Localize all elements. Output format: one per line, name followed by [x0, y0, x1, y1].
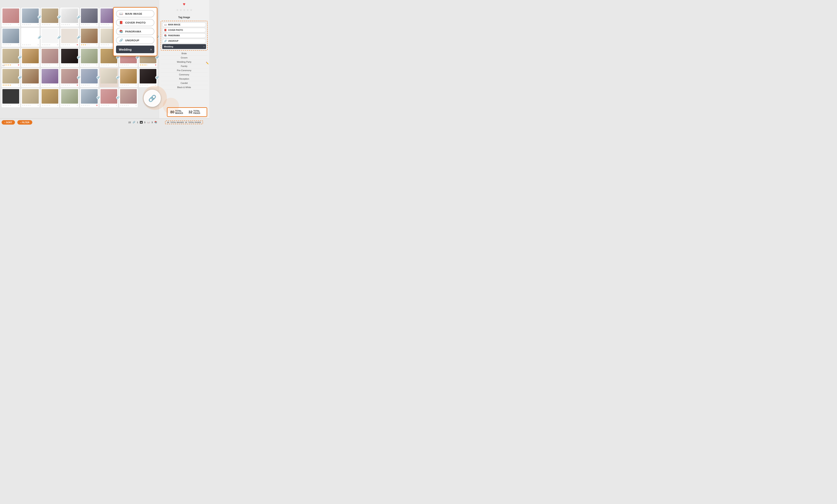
star-rating[interactable]: ★★★★★ [41, 104, 51, 106]
heart-button[interactable]: ♥ [57, 104, 58, 107]
cover-photo-button[interactable]: 📕 COVER PHOTO [116, 19, 154, 26]
sidebar-star-rating[interactable]: ★ ★ ★ ★ ★ [176, 8, 193, 12]
photo-item[interactable]: 🔗 ★★★★★ ♥ [80, 68, 99, 87]
star-rating[interactable]: ★★★★★ [81, 64, 90, 66]
photo-item[interactable]: 🔗 ★★★★★ ♥ [41, 28, 59, 47]
star-rating[interactable]: ★★★★★ [61, 104, 70, 106]
heart-button[interactable]: ♥ [116, 104, 117, 107]
star-rating[interactable]: ★★★★★ [140, 84, 148, 86]
photo-item[interactable]: ★★★★★ ♥ [41, 68, 59, 87]
star-rating[interactable]: ★★★★★ [22, 64, 31, 66]
star-rating[interactable]: ★★★★★ [22, 104, 31, 106]
heart-button[interactable]: ♥ [77, 84, 78, 86]
heart-button[interactable]: ♥ [57, 84, 58, 86]
heart-button[interactable]: ♥ [77, 23, 78, 26]
star-rating[interactable]: ★★★★★ [41, 23, 51, 25]
photo-item[interactable]: ★★★★★ ♥ [60, 88, 79, 107]
panorama-button[interactable]: 📚 PANORAMA [116, 28, 154, 35]
heart-button[interactable]: ♥ [136, 104, 137, 107]
photo-item[interactable]: ★★★★★ ♥ [2, 88, 20, 107]
star-rating[interactable]: ★★★★★ [41, 64, 51, 66]
photo-item[interactable]: 🔗 ★★★★★ ♥ [60, 48, 79, 67]
star-rating[interactable]: ★★★★★ [22, 44, 31, 46]
heart-button[interactable]: ♥ [96, 84, 98, 86]
photo-item[interactable]: ★★★★★ ♥ [2, 28, 20, 47]
photo-item[interactable]: ★★★★★ ♥ [80, 8, 99, 26]
photo-item[interactable]: 🔗 ★★★★★ ♥ [21, 8, 39, 26]
star-rating[interactable]: ★★★★★ [2, 44, 11, 46]
heart-button[interactable]: ♥ [77, 64, 78, 66]
photo-item[interactable]: ★★★★★ ♥ [2, 8, 20, 26]
photo-item[interactable]: 🔗 ★★★★★ ♥ [21, 28, 39, 47]
photo-item[interactable]: 🔗 ★★★★★ ♥ [41, 8, 59, 26]
star-rating[interactable]: ★★★★★ [81, 104, 90, 106]
photo-item[interactable]: 🔗 📖 ★★★★★ ♥ [2, 48, 20, 67]
category-wedding-party[interactable]: Wedding Party [161, 60, 208, 64]
sidebar-heart-icon[interactable]: ♥ [183, 2, 185, 7]
heart-button[interactable]: ♥ [96, 23, 98, 26]
heart-button[interactable]: ♥ [18, 104, 19, 107]
heart-button[interactable]: ♥ [116, 84, 117, 86]
heart-button[interactable]: ♥ [37, 64, 39, 66]
star-rating[interactable]: ★★★★★ [101, 64, 109, 66]
star-rating[interactable]: ★★★★★ [22, 23, 31, 25]
star-rating[interactable]: ★★★★★ [81, 44, 90, 46]
category-groom[interactable]: Groom [161, 56, 208, 60]
panel-ungroup-button[interactable]: 🔗 UNGROUP [162, 39, 206, 43]
photo-item[interactable]: 🔗 ★★★★★ ♥ [60, 8, 79, 26]
ungroup-button[interactable]: 🔗 UNGROUP [116, 37, 154, 44]
panel-panorama-button[interactable]: 📚 PANORAMA [162, 33, 206, 38]
photo-item[interactable]: ★★★★★ ♥ [21, 68, 39, 87]
star-rating[interactable]: ★★★★★ [2, 84, 11, 86]
photo-item[interactable]: ★★★★★ ♥ [119, 68, 138, 87]
panel-main-image-button[interactable]: 📖 MAIN IMAGE [162, 22, 206, 27]
star-rating[interactable]: ★★★★★ [61, 44, 70, 46]
heart-button[interactable]: ♥ [37, 23, 39, 26]
star-rating[interactable]: ★★★★★ [41, 84, 51, 86]
star-rating[interactable]: ★★★★★ [81, 23, 90, 25]
star-rating[interactable]: ★★★★★ [61, 23, 70, 25]
photo-item-selected[interactable]: 🔗 ★★★★★ ♥ [100, 68, 118, 87]
star-rating[interactable]: ★★★★★ [41, 44, 51, 46]
photo-item[interactable]: 🔗 ★★★★★ ♥ [60, 68, 79, 87]
heart-button[interactable]: ♥ [77, 104, 78, 107]
photo-item[interactable]: 🔗 ★★★★★ ♥ [2, 68, 20, 87]
heart-button[interactable]: ♥ [96, 104, 98, 107]
heart-button[interactable]: ♥ [18, 23, 19, 26]
heart-button[interactable]: ♥ [57, 64, 58, 66]
photo-item[interactable]: ★★★★★ ♥ [21, 48, 39, 67]
heart-button[interactable]: ♥ [37, 104, 39, 107]
heart-button[interactable]: ♥ [155, 84, 156, 86]
heart-button[interactable]: ♥ [37, 84, 39, 86]
edit-pencil-icon[interactable]: ✏️ [206, 62, 209, 64]
photo-item[interactable]: 🔗 ★★★★★ ♥ [139, 68, 157, 87]
heart-button[interactable]: ♥ [96, 43, 98, 46]
heart-button[interactable]: ♥ [57, 43, 58, 46]
star-rating[interactable]: ★★★★★ [101, 44, 109, 46]
heart-button[interactable]: ♥ [155, 64, 156, 66]
photo-item[interactable]: ★★★★★ ♥ [41, 48, 59, 67]
star-rating[interactable]: ★★★★★ [101, 84, 109, 86]
star-rating[interactable]: ★★★★★ [140, 64, 148, 66]
heart-button[interactable]: ♥ [18, 43, 19, 46]
photo-item[interactable]: ★★★★★ ♥ [21, 88, 39, 107]
photo-item[interactable]: ★★★★★ ♥ [80, 48, 99, 67]
panel-cover-photo-button[interactable]: 📕 COVER PHOTO [162, 28, 206, 33]
category-candid[interactable]: Candid [161, 81, 208, 85]
star-rating[interactable]: ★★★★★ [120, 64, 129, 66]
heart-button[interactable]: ♥ [116, 64, 117, 66]
star-rating[interactable]: ★★★★★ [2, 23, 11, 25]
photo-item[interactable]: 🔗 ★★★★★ ♥ [80, 88, 99, 107]
category-ceremony[interactable]: Ceremony [161, 73, 208, 77]
heart-button[interactable]: ♥ [57, 23, 58, 26]
filter-button[interactable]: ‹ FILTER [17, 120, 32, 125]
wedding-category-button[interactable]: Wedding › [116, 45, 154, 53]
photo-item[interactable]: 🔗 ★★★★★ ♥ [60, 28, 79, 47]
photo-item[interactable]: ★★★★★ ♥ [80, 28, 99, 47]
star-rating[interactable]: ★★★★★ [120, 104, 129, 106]
star-rating[interactable]: ★★★★★ [61, 64, 70, 66]
category-family[interactable]: Family [161, 64, 208, 68]
heart-button[interactable]: ♥ [18, 84, 19, 86]
photo-item[interactable]: 🔗 ★★★★★ ♥ [100, 88, 118, 107]
heart-button[interactable]: ♥ [96, 64, 98, 66]
